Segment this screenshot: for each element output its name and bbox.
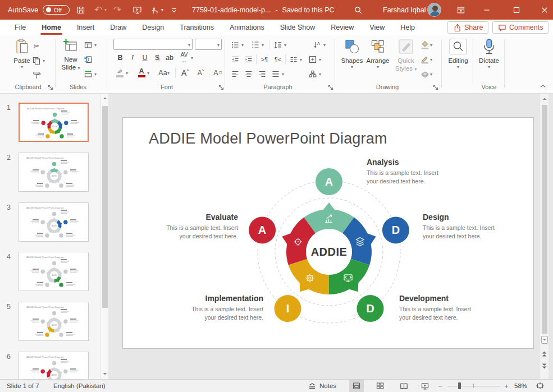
touch-mode-icon[interactable] <box>150 0 158 20</box>
user-name[interactable]: Farshad Iqbal <box>383 0 426 20</box>
shrink-font-button[interactable]: A˅ <box>195 67 207 78</box>
case-chevron-icon[interactable]: ▾ <box>167 71 170 76</box>
text-direction-chevron-icon[interactable]: ▾ <box>323 43 326 48</box>
slide-counter[interactable]: Slide 1 of 7 <box>7 380 39 392</box>
previous-slide-button[interactable] <box>541 349 548 358</box>
section-chevron-icon[interactable]: ▾ <box>94 72 97 77</box>
section-button[interactable] <box>83 69 93 79</box>
paragraph-dialog-launcher[interactable] <box>327 84 334 91</box>
tab-insert[interactable]: Insert <box>69 20 102 35</box>
strikethrough-button[interactable]: ab <box>164 52 175 63</box>
tab-animations[interactable]: Animations <box>222 20 272 35</box>
addie-diagram[interactable]: ADDIAADDIE <box>236 159 422 344</box>
next-slide-button[interactable] <box>541 362 548 371</box>
zoom-level[interactable]: 58% <box>514 380 527 392</box>
slide-sorter-view-button[interactable] <box>373 380 387 392</box>
tab-file[interactable]: File <box>7 20 34 35</box>
decrease-indent-button[interactable] <box>230 54 240 64</box>
start-slideshow-icon[interactable] <box>132 0 142 20</box>
columns-chevron-icon[interactable]: ▾ <box>300 57 302 62</box>
tab-slide-show[interactable]: Slide Show <box>272 20 323 35</box>
bold-button[interactable]: B <box>115 52 126 63</box>
tab-design[interactable]: Design <box>134 20 172 35</box>
align-left-button[interactable] <box>230 69 240 79</box>
scroll-up-icon[interactable] <box>541 95 548 103</box>
bullets-button[interactable] <box>230 40 240 50</box>
clipboard-dialog-launcher[interactable] <box>47 84 54 91</box>
undo-icon[interactable]: ↶ <box>94 0 102 20</box>
arrange-button[interactable]: Arrange ▾ <box>365 38 391 70</box>
thumbnail-preview[interactable]: ADDIE Model PowerPoint DiagramADDIE <box>19 352 89 379</box>
tab-review[interactable]: Review <box>323 20 362 35</box>
new-slide-button[interactable]: New Slide ▾ <box>57 38 84 72</box>
copy-chevron-icon[interactable]: ▾ <box>43 58 45 63</box>
character-spacing-button[interactable]: AV↔ <box>179 52 190 63</box>
label-evaluate[interactable]: Evaluate This is a sample text. Insertyo… <box>137 213 238 240</box>
zoom-slider-track[interactable] <box>447 386 500 386</box>
smartart-chevron-icon[interactable]: ▾ <box>319 72 321 77</box>
slide[interactable]: ADDIE Model PowerPoint Diagram ADDIAADDI… <box>122 117 534 349</box>
shape-fill-button[interactable] <box>420 40 430 50</box>
thumbnail-preview[interactable]: ADDIE Model PowerPoint DiagramADDIE <box>19 202 89 242</box>
minimize-button[interactable] <box>478 0 495 20</box>
shape-outline-chevron-icon[interactable]: ▾ <box>430 57 432 62</box>
slide-layout-button[interactable] <box>83 40 93 50</box>
text-shadow-button[interactable]: S <box>152 52 163 63</box>
shape-effects-button[interactable] <box>420 69 430 79</box>
close-button[interactable] <box>536 0 553 20</box>
label-design[interactable]: Design This is a sample text. Insertyour… <box>423 213 524 240</box>
slideshow-view-button[interactable] <box>418 380 432 392</box>
align-center-button[interactable] <box>244 69 254 79</box>
highlight-button[interactable] <box>115 67 126 78</box>
editing-button[interactable]: Editing ▾ <box>446 38 470 70</box>
thumbnail-scrollbar[interactable] <box>100 94 108 379</box>
line-spacing-chevron-icon[interactable]: ▾ <box>284 43 286 48</box>
touch-mode-chevron-icon[interactable]: ▾ <box>161 0 163 20</box>
label-implementation[interactable]: Implementation This is a sample text. In… <box>162 294 263 321</box>
numbering-button[interactable] <box>250 40 260 50</box>
thumbnail-scroll-up-icon[interactable] <box>102 94 108 102</box>
notes-button[interactable]: Notes <box>308 380 336 392</box>
thumbnail-preview[interactable]: ADDIE Model PowerPoint DiagramADDIE <box>19 103 89 142</box>
label-analysis[interactable]: Analysis This is a sample text. Insertyo… <box>367 158 468 185</box>
font-color-button[interactable]: A <box>136 67 147 78</box>
tab-help[interactable]: Help <box>392 20 423 35</box>
align-text-chevron-icon[interactable]: ▾ <box>319 57 321 62</box>
undo-chevron-icon[interactable]: ▾ <box>104 0 107 20</box>
layout-chevron-icon[interactable]: ▾ <box>94 43 97 48</box>
shape-outline-button[interactable] <box>420 54 430 64</box>
thumbnail-preview[interactable]: ADDIE Model PowerPoint DiagramADDIE <box>19 302 89 341</box>
align-right-button[interactable] <box>257 69 267 79</box>
columns-button[interactable] <box>289 54 299 64</box>
tab-transitions[interactable]: Transitions <box>172 20 222 35</box>
tab-home[interactable]: Home <box>34 20 69 35</box>
reset-slide-button[interactable] <box>83 54 93 64</box>
spacing-chevron-icon[interactable]: ▾ <box>191 56 193 61</box>
tab-draw[interactable]: Draw <box>102 20 134 35</box>
avatar[interactable] <box>427 0 441 20</box>
scrollbar-thumb[interactable] <box>542 105 547 334</box>
shape-effects-chevron-icon[interactable]: ▾ <box>430 72 432 77</box>
autosave-toggle[interactable]: Off <box>43 0 70 20</box>
drawing-dialog-launcher[interactable] <box>432 84 439 91</box>
rtl-paragraph-button[interactable]: >¶ <box>259 54 269 64</box>
tab-view[interactable]: View <box>362 20 392 35</box>
clear-formatting-button[interactable]: A◇ <box>212 67 223 78</box>
ribbon-display-options-icon[interactable] <box>456 0 465 20</box>
font-color-chevron-icon[interactable]: ▾ <box>147 71 149 76</box>
highlight-chevron-icon[interactable]: ▾ <box>126 71 128 76</box>
thumbnail-preview[interactable]: ADDIE Model PowerPoint DiagramADDIE <box>19 153 89 192</box>
font-size-combo[interactable]: ▾ <box>195 39 222 50</box>
font-name-combo[interactable]: ▾ <box>113 39 193 50</box>
underline-button[interactable]: U <box>139 52 150 63</box>
convert-smartart-button[interactable] <box>308 69 318 79</box>
zoom-in-button[interactable]: + <box>504 380 509 392</box>
change-case-button[interactable]: Aa <box>157 67 168 78</box>
save-icon[interactable] <box>76 0 85 20</box>
autosave-toggle-pill[interactable]: Off <box>43 5 70 15</box>
fit-slide-to-window-icon[interactable] <box>536 380 545 392</box>
shape-fill-chevron-icon[interactable]: ▾ <box>430 43 432 48</box>
bullets-chevron-icon[interactable]: ▾ <box>241 43 244 48</box>
maximize-button[interactable] <box>508 0 525 20</box>
shapes-button[interactable]: Shapes ▾ <box>340 38 364 70</box>
